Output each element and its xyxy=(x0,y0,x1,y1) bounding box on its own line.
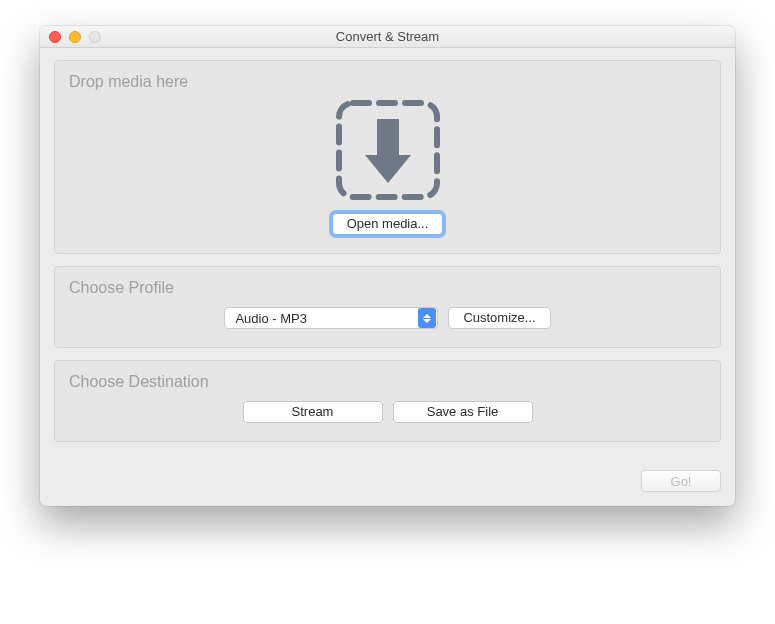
select-stepper-icon xyxy=(418,308,436,328)
chevron-down-icon xyxy=(423,319,431,323)
destination-panel-title: Choose Destination xyxy=(69,373,706,391)
profile-panel: Choose Profile Audio - MP3 Customize... xyxy=(54,266,721,348)
drop-panel-title: Drop media here xyxy=(69,73,706,91)
drop-zone[interactable]: Open media... xyxy=(69,101,706,235)
svg-rect-1 xyxy=(377,119,399,159)
profile-select[interactable]: Audio - MP3 xyxy=(224,307,438,329)
save-as-file-button[interactable]: Save as File xyxy=(393,401,533,423)
convert-stream-window: Convert & Stream Drop media here Open me… xyxy=(40,26,735,506)
go-button: Go! xyxy=(641,470,721,492)
open-media-button[interactable]: Open media... xyxy=(332,213,444,235)
drop-panel: Drop media here Open media... xyxy=(54,60,721,254)
titlebar[interactable]: Convert & Stream xyxy=(40,26,735,48)
footer: Go! xyxy=(40,468,735,506)
stream-button[interactable]: Stream xyxy=(243,401,383,423)
profile-select-value: Audio - MP3 xyxy=(235,311,418,326)
destination-panel: Choose Destination Stream Save as File xyxy=(54,360,721,442)
customize-button[interactable]: Customize... xyxy=(448,307,550,329)
profile-panel-title: Choose Profile xyxy=(69,279,706,297)
chevron-up-icon xyxy=(423,314,431,318)
content-area: Drop media here Open media... Choose Pro… xyxy=(40,48,735,468)
window-title: Convert & Stream xyxy=(40,29,735,44)
svg-marker-2 xyxy=(365,155,411,183)
download-arrow-icon xyxy=(333,97,443,203)
